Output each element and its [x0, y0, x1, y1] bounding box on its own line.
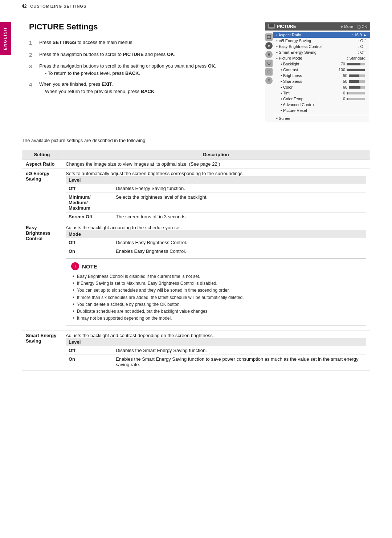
menu-label-picture-mode: • Picture Mode [276, 56, 347, 60]
step-number-4: 4 [29, 81, 37, 95]
sub-row-off-smart: Off Disables the Smart Energy Saving fun… [66, 346, 366, 355]
sub-item-backlight: • Backlight 70 [273, 61, 370, 67]
setting-easy-brightness: EasyBrightnessControl [22, 223, 62, 331]
side-icon-4 [265, 60, 273, 67]
bar-filled-color [349, 86, 360, 89]
bold-back-4: BACK [141, 89, 155, 94]
sub-row-on-easy: On Enables Easy Brightness Control. [66, 247, 366, 256]
note-item-7: It may not be supported depending on the… [73, 315, 361, 322]
step-text-3: Press the navigation buttons to scroll t… [39, 63, 216, 69]
main-content-left: PICTURE Settings 1 Press SETTINGS to acc… [22, 22, 258, 123]
step-content-3: Press the navigation buttons to scroll t… [39, 62, 216, 77]
page-number: 42 [22, 4, 26, 9]
side-icon-3 [265, 51, 273, 58]
sub-row-minmax: Minimum/Medium/Maximum Selects the brigh… [66, 193, 366, 213]
bar-tint [347, 92, 365, 94]
sub-desc-off-energy: Disables Energy Saving function. [113, 184, 366, 193]
picture-ui-box: PICTURE ✥ Move ◯ OK e [265, 22, 370, 123]
sub-setting-on-smart: On [66, 355, 113, 369]
sub-item-advanced-control: • Advanced Control [273, 102, 370, 108]
level-header-energy: Level [66, 176, 366, 184]
sub-row-mode-header: Mode [66, 230, 366, 238]
picture-ui-title: PICTURE [277, 24, 296, 29]
note-item-2: If Energy Saving is set to Maximum, Easy… [73, 280, 361, 287]
note-item-5: You can delete a schedule by pressing th… [73, 301, 361, 308]
desc-energy-saving: Sets to automatically adjust the screen … [62, 169, 370, 223]
step-4: 4 When you are finished, press EXIT. Whe… [29, 81, 258, 95]
bar-empty-backlight [360, 63, 365, 65]
side-icon-1 [265, 33, 273, 41]
step-text-2: Press the navigation buttons to scroll t… [39, 51, 175, 59]
person-icon [267, 79, 271, 82]
sub-desc-minmax: Selects the brightness level of the back… [113, 193, 366, 213]
desc-smart-energy: Adjusts the backlight and contrast depen… [62, 331, 370, 371]
full-content: The available picture settings are descr… [0, 138, 392, 385]
monitor-icon [268, 24, 275, 29]
level-header-smart: Level [66, 338, 366, 346]
menu-item-picture-mode: • Picture Mode : Standard [273, 55, 370, 61]
step-content-4: When you are finished, press EXIT. When … [39, 81, 156, 95]
menu-item-smart-energy: • Smart Energy Saving : Off [273, 49, 370, 55]
sub-label-color: • Color [281, 85, 343, 89]
sub-value-contrast: 100 [339, 68, 345, 72]
nav-ok-hint: ◯ OK [357, 25, 367, 29]
easy-brightness-sub-table: Mode Off Disables Easy Brightness Contro… [66, 230, 366, 255]
svg-rect-2 [270, 28, 273, 29]
settings-description: The available picture settings are descr… [22, 138, 370, 147]
desc-easy-brightness: Adjusts the backlight according to the s… [62, 223, 370, 331]
sub-label-advanced-control: • Advanced Control [281, 102, 365, 107]
header-title: CUSTOMIZING SETTINGS [30, 4, 86, 8]
table-header-row: Setting Description [22, 150, 370, 159]
setting-aspect-ratio: Aspect Ratio [22, 159, 62, 169]
menu-item-energy-saving: • eØ Energy Saving : Off [273, 38, 370, 44]
note-item-1: Easy Brightness Control is disabled if t… [73, 273, 361, 280]
sub-value-brightness: 50 [343, 73, 347, 78]
menu-item-easy-brightness: • Easy Brightness Control : Off [273, 44, 370, 49]
bar-contrast [347, 69, 365, 71]
bar-color [349, 86, 365, 89]
bold-exit: EXIT [102, 81, 112, 87]
bar-color-temp [347, 98, 365, 100]
sub-item-tint: • Tint 0 [273, 90, 370, 96]
desc-aspect-ratio: Changes the image size to view images at… [62, 159, 370, 169]
sub-desc-off-smart: Disables the Smart Energy Saving functio… [113, 346, 366, 355]
sub-setting-off-easy: Off [66, 238, 113, 247]
menu-value-aspect-ratio: : 16:9 [352, 33, 362, 37]
sub-setting-off-smart: Off [66, 346, 113, 355]
menu-item-screen: • Screen [273, 115, 370, 121]
sub-item-color-temp: • Color Temp. 0 [273, 96, 370, 102]
bar-filled-brightness [349, 74, 359, 77]
step-text-4: When you are finished, press EXIT. [39, 81, 114, 87]
col-header-description: Description [62, 150, 370, 159]
table-row-easy-brightness: EasyBrightnessControl Adjusts the backli… [22, 223, 370, 331]
step-number-1: 1 [29, 39, 37, 47]
sub-desc-off-easy: Disables Easy Brightness Control. [113, 238, 366, 247]
step-sub-3: - To return to the previous level, press… [45, 70, 216, 77]
picture-ui-nav: ✥ Move ◯ OK [340, 25, 367, 29]
svg-rect-7 [268, 71, 270, 73]
step-3: 3 Press the navigation buttons to scroll… [29, 62, 258, 77]
bar-empty-tint [348, 92, 365, 94]
menu-label-energy-saving: • eØ Energy Saving [276, 39, 358, 43]
clock-icon [267, 61, 271, 65]
menu-value-energy-saving: : Off [358, 39, 366, 43]
bar-backlight [347, 63, 365, 65]
menu-value-picture-mode: : Standard [347, 56, 366, 60]
sub-desc-on-smart: Enables the Smart Energy Saving function… [113, 355, 366, 369]
bar-sharpness [349, 80, 365, 83]
sub-row-level-header-smart: Level [66, 338, 366, 346]
note-item-4: If more than six schedules are added, th… [73, 294, 361, 301]
svg-rect-3 [267, 36, 271, 39]
note-item-3: You can set up to six schedules and they… [73, 287, 361, 294]
sub-item-picture-reset: • Picture Reset [273, 108, 370, 113]
nav-move-hint: ✥ Move [340, 25, 353, 29]
svg-point-8 [268, 79, 270, 81]
menu-item-aspect-ratio: • Aspect Ratio : 16:9 ► [273, 32, 370, 38]
note-header: ! NOTE [71, 262, 361, 270]
note-box: ! NOTE Easy Brightness Control is disabl… [66, 258, 366, 326]
sub-row-screen-off: Screen Off The screen turns off in 3 sec… [66, 213, 366, 221]
bar-filled-contrast [347, 69, 365, 71]
sub-label-brightness: • Brightness [281, 73, 343, 78]
col-header-setting: Setting [22, 150, 62, 159]
brightness-icon [267, 53, 271, 56]
